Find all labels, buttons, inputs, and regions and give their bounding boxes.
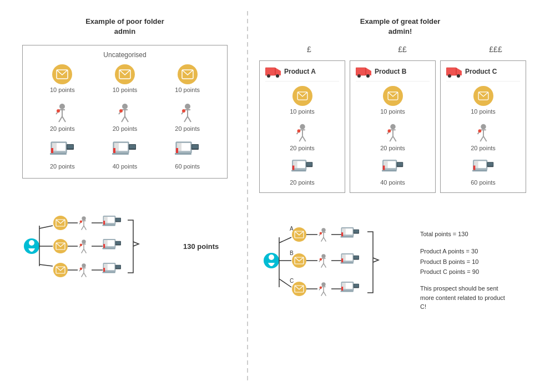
svg-line-93 — [82, 273, 84, 277]
product-c-email-icon — [473, 86, 493, 106]
svg-rect-125 — [292, 166, 294, 170]
svg-line-157 — [480, 136, 483, 141]
svg-rect-68 — [103, 221, 105, 225]
svg-rect-44 — [176, 148, 178, 153]
svg-line-19 — [122, 116, 125, 122]
product-c-content-pts: 60 points — [471, 179, 496, 186]
svg-rect-104 — [103, 268, 105, 272]
svg-point-169 — [269, 254, 274, 260]
svg-rect-66 — [116, 218, 121, 221]
content-points-3: 60 points — [175, 163, 200, 170]
svg-rect-29 — [113, 148, 115, 153]
product-a-person-pts: 20 points — [290, 145, 315, 151]
svg-line-220 — [324, 292, 326, 296]
product-b-person-pts: 20 points — [380, 145, 405, 151]
svg-point-128 — [357, 74, 361, 78]
svg-line-182 — [324, 238, 326, 242]
svg-rect-105 — [265, 68, 275, 75]
svg-point-87 — [53, 263, 68, 277]
content-points-2: 40 points — [113, 163, 138, 170]
svg-point-150 — [457, 74, 460, 78]
total-points: Total points = 130 — [420, 229, 509, 240]
svg-rect-209 — [354, 256, 359, 259]
svg-rect-27 — [129, 145, 135, 149]
svg-line-75 — [82, 250, 84, 253]
col-3: 10 points 20 points — [175, 64, 200, 170]
product-a-header: Product A — [265, 65, 339, 82]
svg-line-136 — [390, 136, 393, 141]
svg-line-137 — [393, 136, 396, 141]
svg-rect-42 — [192, 145, 198, 149]
product-c-name: Product C — [465, 68, 497, 75]
svg-rect-145 — [382, 170, 397, 172]
product-b-content-pts: 40 points — [380, 179, 405, 186]
left-tree-svg — [19, 195, 180, 298]
person-points-1: 20 points — [50, 125, 75, 132]
product-a-email-pts: 10 points — [290, 108, 315, 115]
product-a-items: 10 points 20 points — [265, 86, 339, 186]
svg-point-107 — [267, 74, 270, 78]
price-header-1: £ — [265, 45, 354, 54]
content-icon-1 — [50, 141, 75, 161]
info-box: Total points = 130 Product A points = 30… — [420, 218, 509, 311]
svg-point-129 — [366, 74, 370, 78]
svg-point-16 — [122, 104, 128, 109]
svg-line-170 — [279, 237, 291, 243]
svg-point-108 — [276, 74, 279, 78]
right-panel: Example of great folder admin! £ ££ £££ — [251, 11, 549, 381]
svg-line-200 — [321, 264, 324, 268]
product-c-person-pts: 20 points — [471, 145, 496, 151]
svg-line-58 — [84, 226, 86, 230]
svg-line-116 — [302, 136, 306, 141]
svg-line-47 — [39, 226, 53, 228]
product-b-email-pts: 10 points — [380, 108, 405, 115]
svg-point-54 — [82, 217, 85, 221]
svg-point-154 — [481, 124, 486, 129]
svg-point-37 — [182, 109, 185, 113]
svg-point-175 — [292, 227, 306, 242]
product-a-content-pts: 20 points — [290, 179, 315, 186]
price-header-3: £££ — [451, 45, 540, 54]
product-b-box: Product B 10 points — [350, 60, 436, 193]
product-b-email-icon — [383, 86, 403, 106]
svg-line-158 — [483, 136, 487, 141]
product-a-points: Product A points = 30 — [420, 246, 509, 257]
person-icon-2 — [114, 102, 135, 123]
svg-point-222 — [320, 287, 322, 289]
svg-rect-14 — [51, 148, 53, 153]
product-c-points: Product C points = 90 — [420, 267, 509, 277]
svg-rect-211 — [341, 258, 343, 262]
svg-point-112 — [300, 124, 305, 129]
svg-marker-106 — [275, 68, 281, 75]
svg-point-60 — [80, 221, 82, 223]
uncategorised-label: Uncategorised — [31, 51, 219, 59]
person-icon-1 — [52, 102, 73, 123]
content-icon-2 — [112, 141, 137, 161]
price-header-2: ££ — [358, 45, 447, 54]
product-a-person-icon — [292, 123, 312, 142]
svg-point-213 — [292, 282, 306, 296]
svg-rect-13 — [50, 153, 67, 155]
email-points-1: 10 points — [50, 86, 75, 93]
left-diagram-label: 130 points — [183, 242, 219, 251]
product-c-person-icon — [473, 123, 493, 142]
left-title: Example of poor folder admin — [85, 17, 164, 37]
svg-text:B: B — [290, 250, 294, 256]
svg-rect-146 — [382, 166, 385, 170]
svg-line-57 — [82, 226, 84, 230]
svg-rect-126 — [356, 68, 366, 75]
svg-rect-165 — [487, 163, 493, 166]
svg-rect-86 — [103, 244, 105, 248]
svg-line-219 — [321, 292, 324, 296]
email-icon-1 — [52, 64, 72, 84]
svg-rect-230 — [341, 287, 343, 291]
svg-line-94 — [84, 273, 86, 277]
svg-point-90 — [82, 264, 85, 268]
svg-rect-124 — [291, 170, 306, 172]
svg-rect-190 — [354, 230, 359, 233]
product-a-name: Product A — [284, 68, 316, 75]
right-title: Example of great folder admin! — [256, 17, 544, 37]
svg-point-46 — [29, 240, 34, 246]
svg-rect-228 — [354, 284, 359, 287]
svg-rect-210 — [341, 262, 354, 263]
